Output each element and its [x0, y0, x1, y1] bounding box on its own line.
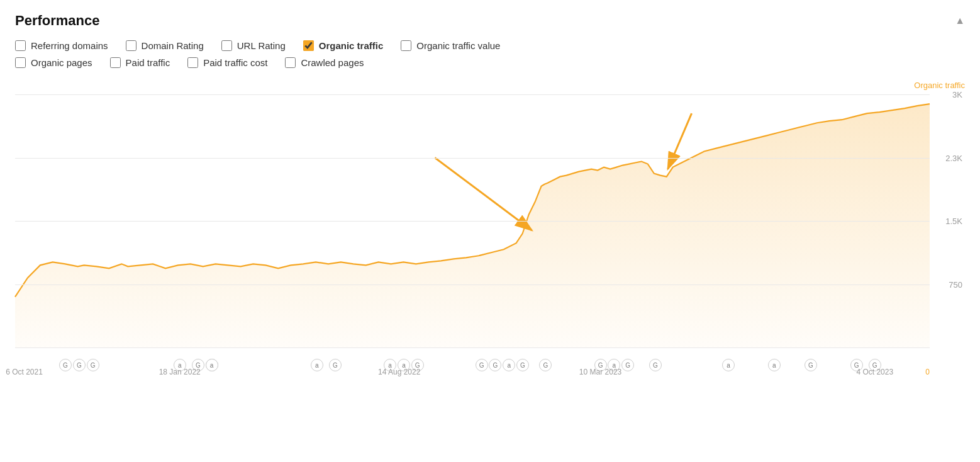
filter-checkboxes: Referring domains Domain Rating URL Rati… — [15, 40, 965, 68]
performance-chart: Organic traffic 3K 2.3K 1.5K 750 — [15, 77, 965, 385]
checkbox-paid-traffic-cost[interactable]: Paid traffic cost — [187, 57, 267, 68]
grid-line-750: 750 — [15, 285, 930, 285]
checkbox-paid-traffic-input[interactable] — [110, 57, 121, 68]
page-header: Performance ▲ — [15, 13, 965, 29]
g-icon-13[interactable]: G — [489, 359, 501, 371]
y-tick-750: 750 — [949, 279, 962, 289]
checkbox-organic-traffic[interactable]: Organic traffic — [303, 40, 384, 51]
g-icon-7[interactable]: a — [311, 359, 323, 371]
g-icon-6b[interactable]: a — [206, 359, 218, 371]
grid-lines: 3K 2.3K 1.5K 750 — [15, 94, 930, 347]
checkbox-domain-rating[interactable]: Domain Rating — [126, 40, 204, 51]
g-icon-23[interactable]: G — [805, 359, 817, 371]
checkbox-organic-pages[interactable]: Organic pages — [15, 57, 92, 68]
checkbox-organic-traffic-value-label: Organic traffic value — [416, 40, 500, 51]
g-icon-19[interactable]: G — [621, 359, 634, 371]
x-tick-oct2023: 4 Oct 2023 — [856, 368, 893, 376]
collapse-icon[interactable]: ▲ — [955, 15, 965, 26]
grid-line-1-5k: 1.5K — [15, 221, 930, 222]
checkbox-organic-traffic-input[interactable] — [303, 40, 314, 51]
g-icon-2[interactable]: G — [73, 359, 86, 371]
chart-inner: 3K 2.3K 1.5K 750 — [15, 94, 930, 347]
g-icon-20[interactable]: G — [649, 359, 662, 371]
g-icon-14[interactable]: a — [503, 359, 515, 371]
checkbox-referring-domains-label: Referring domains — [31, 40, 108, 51]
checkbox-url-rating-label: URL Rating — [237, 40, 286, 51]
checkbox-domain-rating-input[interactable] — [126, 40, 136, 51]
checkbox-crawled-pages[interactable]: Crawled pages — [285, 57, 364, 68]
page-title: Performance — [15, 13, 100, 29]
checkbox-paid-traffic-cost-label: Paid traffic cost — [203, 57, 267, 68]
checkbox-url-rating[interactable]: URL Rating — [221, 40, 286, 51]
grid-line-2-3k: 2.3K — [15, 158, 930, 159]
checkbox-url-rating-input[interactable] — [221, 40, 232, 51]
x-tick-oct2021: 6 Oct 2021 — [6, 368, 43, 376]
zero-label: 0 — [925, 368, 930, 376]
checkbox-referring-domains-input[interactable] — [15, 40, 26, 51]
grid-line-bottom — [15, 347, 930, 348]
checkbox-paid-traffic[interactable]: Paid traffic — [110, 57, 170, 68]
x-tick-mar2023: 10 Mar 2023 — [579, 368, 621, 376]
g-icon-8[interactable]: G — [329, 359, 342, 371]
checkbox-row-1: Referring domains Domain Rating URL Rati… — [15, 40, 965, 51]
y-axis-label: Organic traffic — [914, 81, 965, 90]
x-tick-jan2022: 18 Jan 2022 — [159, 368, 201, 376]
checkbox-organic-traffic-value[interactable]: Organic traffic value — [401, 40, 500, 51]
checkbox-crawled-pages-input[interactable] — [285, 57, 296, 68]
g-icon-12[interactable]: G — [476, 359, 488, 371]
g-icon-16[interactable]: G — [539, 359, 552, 371]
g-icon-3[interactable]: G — [87, 359, 99, 371]
checkbox-paid-traffic-cost-input[interactable] — [187, 57, 198, 68]
checkbox-organic-traffic-value-input[interactable] — [401, 40, 411, 51]
y-tick-2-3k: 2.3K — [945, 153, 962, 162]
checkbox-row-2: Organic pages Paid traffic Paid traffic … — [15, 57, 965, 68]
checkbox-organic-traffic-label: Organic traffic — [319, 40, 384, 51]
checkbox-paid-traffic-label: Paid traffic — [126, 57, 170, 68]
checkbox-organic-pages-label: Organic pages — [31, 57, 92, 68]
google-icons-row: G G G a G a a a G a a G G G a G G G a G … — [15, 359, 930, 373]
g-icon-1[interactable]: G — [59, 359, 72, 371]
g-icon-21[interactable]: a — [722, 359, 735, 371]
checkbox-organic-pages-input[interactable] — [15, 57, 26, 68]
x-tick-aug2022: 14 Aug 2022 — [378, 368, 420, 376]
checkbox-referring-domains[interactable]: Referring domains — [15, 40, 108, 51]
y-tick-3k: 3K — [952, 90, 962, 99]
checkbox-domain-rating-label: Domain Rating — [142, 40, 204, 51]
g-icon-15[interactable]: G — [516, 359, 529, 371]
y-tick-1-5k: 1.5K — [945, 217, 962, 226]
checkbox-crawled-pages-label: Crawled pages — [301, 57, 364, 68]
g-icon-22[interactable]: a — [768, 359, 781, 371]
grid-line-top: 3K — [15, 94, 930, 95]
